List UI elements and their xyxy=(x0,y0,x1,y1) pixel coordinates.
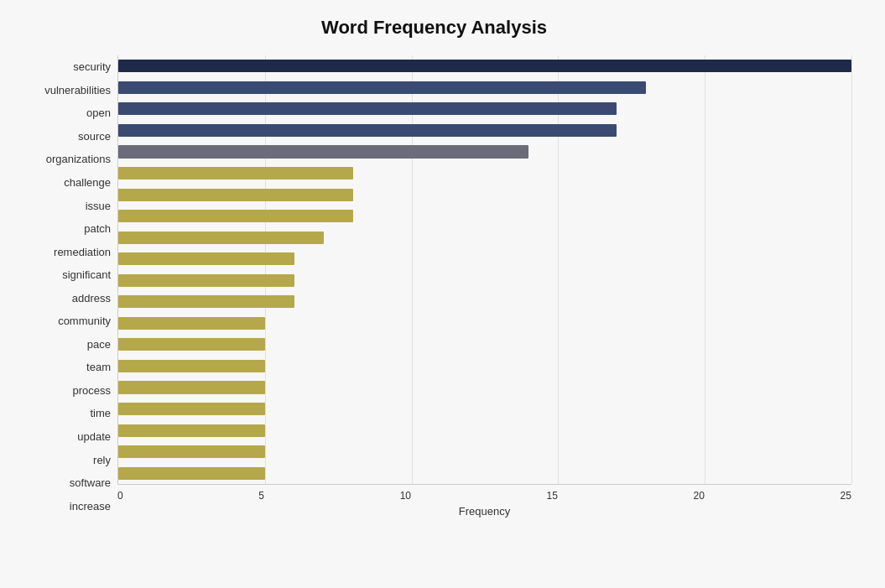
x-tick-10: 10 xyxy=(400,490,411,502)
bar-row-security xyxy=(118,55,851,77)
bar-row-pace xyxy=(118,313,851,335)
bar-row-patch xyxy=(118,206,851,227)
bar-row-issue xyxy=(118,184,851,206)
bar-row-community xyxy=(118,291,851,313)
bar-row-update xyxy=(118,398,851,420)
bar-software xyxy=(118,445,265,458)
y-label-update: update xyxy=(77,431,111,442)
bar-row-address xyxy=(118,269,851,291)
bars-area xyxy=(117,55,851,485)
bar-challenge xyxy=(118,167,353,180)
grid-line-25 xyxy=(851,55,852,484)
bar-row-time xyxy=(118,377,851,398)
chart-container: Word Frequency Analysis securityvulnerab… xyxy=(0,0,885,588)
bar-row-remediation xyxy=(118,226,851,248)
bar-significant xyxy=(118,252,294,265)
bar-time xyxy=(118,381,265,393)
y-label-security: security xyxy=(73,61,111,72)
x-tick-20: 20 xyxy=(694,490,705,502)
y-label-remediation: remediation xyxy=(54,247,111,258)
x-tick-15: 15 xyxy=(547,490,558,502)
bar-address xyxy=(118,274,294,287)
x-axis: 0510152025 xyxy=(117,485,851,502)
y-label-increase: increase xyxy=(70,501,111,512)
bar-increase xyxy=(118,467,265,480)
bar-source xyxy=(118,124,617,137)
bar-row-organizations xyxy=(118,141,851,163)
bar-security xyxy=(118,60,851,72)
x-tick-0: 0 xyxy=(117,490,123,502)
y-label-time: time xyxy=(90,408,111,419)
x-tick-25: 25 xyxy=(841,490,851,502)
x-tick-5: 5 xyxy=(258,490,264,502)
bar-row-challenge xyxy=(118,163,851,185)
y-label-pace: pace xyxy=(87,339,111,350)
bar-rely xyxy=(118,424,265,437)
bars-and-x: 0510152025 Frequency xyxy=(117,55,851,518)
y-label-process: process xyxy=(72,385,111,396)
y-label-patch: patch xyxy=(84,223,111,234)
bar-issue xyxy=(118,189,353,201)
y-label-vulnerabilities: vulnerabilities xyxy=(44,85,111,96)
chart-area: securityvulnerabilitiesopensourceorganiz… xyxy=(17,55,851,518)
bar-row-team xyxy=(118,334,851,356)
bar-team xyxy=(118,338,265,351)
bar-pace xyxy=(118,317,265,330)
y-label-challenge: challenge xyxy=(64,177,111,188)
bar-row-increase xyxy=(118,462,851,484)
bar-vulnerabilities xyxy=(118,81,646,94)
y-label-team: team xyxy=(86,362,111,372)
x-axis-title: Frequency xyxy=(117,505,851,518)
y-axis: securityvulnerabilitiesopensourceorganiz… xyxy=(17,55,117,518)
y-label-organizations: organizations xyxy=(46,154,111,164)
bar-remediation xyxy=(118,232,324,244)
bar-organizations xyxy=(118,145,528,158)
y-label-source: source xyxy=(78,131,111,142)
bar-row-software xyxy=(118,441,851,463)
bar-row-significant xyxy=(118,248,851,270)
bar-update xyxy=(118,403,265,415)
bar-open xyxy=(118,102,617,115)
y-label-significant: significant xyxy=(62,269,111,280)
bar-community xyxy=(118,295,294,308)
bar-process xyxy=(118,360,265,372)
y-label-address: address xyxy=(72,293,111,304)
bar-row-vulnerabilities xyxy=(118,77,851,99)
bar-row-open xyxy=(118,98,851,120)
bar-patch xyxy=(118,210,353,222)
bar-rows xyxy=(118,55,851,484)
bar-row-rely xyxy=(118,419,851,441)
y-label-rely: rely xyxy=(93,455,111,466)
y-label-software: software xyxy=(70,477,111,488)
y-label-community: community xyxy=(58,315,111,326)
chart-title: Word Frequency Analysis xyxy=(17,17,851,39)
y-label-issue: issue xyxy=(86,200,111,211)
bar-row-source xyxy=(118,120,851,142)
y-label-open: open xyxy=(86,107,111,118)
bar-row-process xyxy=(118,356,851,377)
